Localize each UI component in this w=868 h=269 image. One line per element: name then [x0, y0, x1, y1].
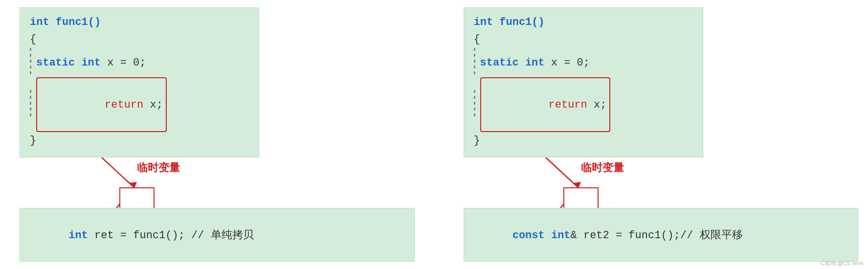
left-line-brace-close: } [30, 132, 249, 149]
right-line-brace-close: } [474, 132, 693, 149]
left-line-title: int func1() [30, 14, 249, 31]
right-line-return: return x; [474, 77, 693, 132]
right-dashed-bar [474, 48, 475, 77]
left-bottom-code: int ret = func1(); // 单纯拷贝 [20, 208, 415, 262]
page-container: int func1() { static int x = 0; return x… [0, 0, 868, 269]
left-return-box: return x; [36, 77, 167, 132]
right-line-brace-open: { [474, 31, 693, 48]
right-temp-var-label: 临时变量 [581, 161, 624, 174]
left-dashed-bar2 [30, 90, 31, 119]
right-int-keyword: int func1() [474, 14, 545, 31]
right-diagram: int func1() { static int x = 0; return x… [464, 7, 859, 262]
left-dashed-bar [30, 48, 31, 77]
left-diagram: int func1() { static int x = 0; return x… [20, 7, 415, 262]
left-line-brace-open: { [30, 31, 249, 48]
right-code-block: int func1() { static int x = 0; return x… [464, 7, 703, 157]
watermark: CSDN @CS semi [821, 260, 863, 266]
left-code-block: int func1() { static int x = 0; return x… [20, 7, 259, 157]
left-int-keyword: int func1() [30, 14, 101, 31]
left-temp-var-label: 临时变量 [137, 161, 180, 174]
right-line-title: int func1() [474, 14, 693, 31]
left-temp-box [120, 188, 154, 210]
left-line-return: return x; [30, 77, 249, 132]
left-line-static: static int x = 0; [30, 48, 249, 77]
right-dashed-bar2 [474, 90, 475, 119]
right-arrow-line1 [546, 157, 579, 188]
right-temp-box [564, 188, 598, 210]
left-arrow-line1 [102, 157, 134, 188]
right-line-static: static int x = 0; [474, 48, 693, 77]
right-return-box: return x; [480, 77, 611, 132]
right-bottom-code: const int& ret2 = func1();// 权限平移 [464, 208, 859, 262]
